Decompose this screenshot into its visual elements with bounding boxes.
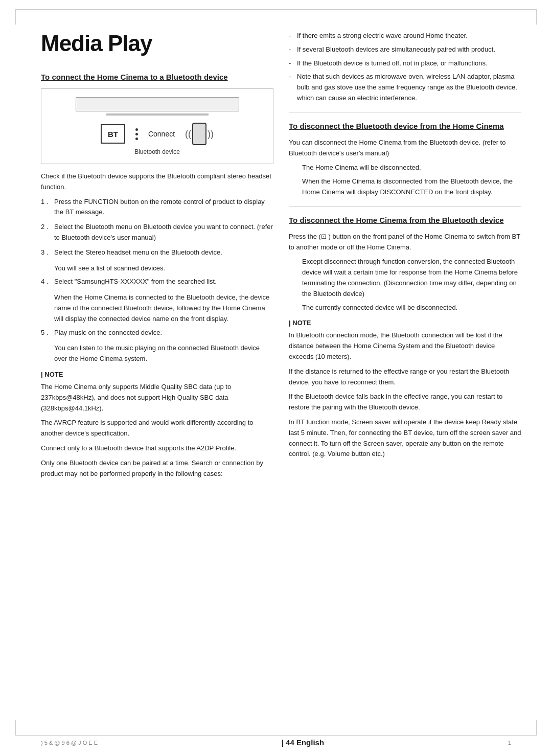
- step-4-sub: When the Home Cinema is connected to the…: [54, 292, 273, 324]
- step-5-num: 5 .: [41, 328, 51, 338]
- border-right-bottom: [536, 720, 537, 736]
- divider-1: [289, 112, 521, 112]
- bluetooth-diagram: BT Connect (( )) Bluetooth device: [41, 88, 273, 164]
- note-block-right: | NOTE In Bluetooth connection mode, the…: [289, 318, 521, 460]
- step-2-num: 2 .: [41, 222, 51, 243]
- note-text-left-4: Only one Bluetooth device can be paired …: [41, 458, 273, 479]
- phone-icon: [192, 123, 206, 145]
- bullet-1: If there emits a strong electric wave ar…: [289, 31, 521, 41]
- note-block-left: | NOTE The Home Cinema only supports Mid…: [41, 370, 273, 479]
- note-label-right: | NOTE: [289, 318, 521, 328]
- step-3-text: Select the Stereo headset menu on the Bl…: [54, 247, 273, 258]
- note-label-left: | NOTE: [41, 370, 273, 380]
- dot2: [135, 133, 138, 135]
- device-bar-line: [106, 113, 209, 116]
- border-left-top: [15, 9, 16, 25]
- divider-2: [289, 206, 521, 207]
- step-3-num: 3 .: [41, 247, 51, 258]
- step-5-text: Play music on the connected device.: [54, 328, 273, 338]
- section3-heading: To disconnect the Home Cinema from the B…: [289, 215, 521, 225]
- bullet-3: If the Bluetooth device is turned off, n…: [289, 58, 521, 69]
- section2-heading: To disconnect the Bluetooth device from …: [289, 121, 521, 131]
- note-text-left-2: The AVRCP feature is supported and would…: [41, 418, 273, 439]
- section3-sub1: Except disconnect through function conve…: [302, 257, 521, 299]
- bt-box: BT: [101, 124, 125, 144]
- note2-text-4: In BT function mode, Screen saver will o…: [289, 417, 521, 460]
- step-1-text: Press the FUNCTION button on the remote …: [54, 197, 273, 218]
- step-2: 2 . Select the Bluetooth menu on Bluetoo…: [41, 222, 273, 243]
- page-title: Media Play: [41, 31, 273, 56]
- device-row: BT Connect (( )): [101, 123, 214, 145]
- intro-text: Check if the Bluetooth device supports t…: [41, 171, 273, 193]
- section2-sub1: The Home Cinema will be disconnected.: [302, 163, 521, 173]
- step-1: 1 . Press the FUNCTION button on the rem…: [41, 197, 273, 218]
- section1-heading: To connect the Home Cinema to a Bluetoot…: [41, 72, 273, 82]
- border-top: [15, 9, 537, 10]
- note-text-left-3: Connect only to a Bluetooth device that …: [41, 443, 273, 454]
- border-left-bottom: [15, 720, 16, 736]
- bullet-2: If several Bluetooth devices are simulta…: [289, 44, 521, 55]
- page-footer: ) 5 & @ 9 6 @ J O E E | 44 English 1: [41, 738, 511, 747]
- steps-list-2: 4 . Select "SamsungHTS-XXXXXX" from the …: [41, 277, 273, 287]
- page-number: | 44 English: [282, 738, 324, 747]
- connect-dots: [135, 128, 138, 140]
- footer-right: 1: [508, 740, 511, 746]
- left-column: Media Play To connect the Home Cinema to…: [41, 31, 273, 483]
- note2-text-3: If the Bluetooth device falls back in th…: [289, 392, 521, 413]
- wave-left-icon: ((: [185, 129, 191, 140]
- step-3: 3 . Select the Stereo headset menu on th…: [41, 247, 273, 258]
- step-2-text: Select the Bluetooth menu on Bluetooth d…: [54, 222, 273, 243]
- bt-device-label: Bluetooth device: [134, 148, 180, 155]
- bullet-4: Note that such devices as microwave oven…: [289, 72, 521, 103]
- wave-right-icon: )): [208, 129, 214, 140]
- border-right-top: [536, 9, 537, 25]
- section3-text: Press the (⊡ ) button on the front panel…: [289, 232, 521, 253]
- dot1: [135, 128, 138, 131]
- device-bar: [76, 97, 239, 111]
- phone-device: (( )): [185, 123, 214, 145]
- note2-text-1: In Bluetooth connection mode, the Blueto…: [289, 330, 521, 362]
- footer-left: ) 5 & @ 9 6 @ J O E E: [41, 740, 98, 746]
- steps-list-3: 5 . Play music on the connected device.: [41, 328, 273, 338]
- note-text-left: The Home Cinema only supports Middle Qua…: [41, 382, 273, 414]
- step-4: 4 . Select "SamsungHTS-XXXXXX" from the …: [41, 277, 273, 287]
- step-5-sub: You can listen to the music playing on t…: [54, 343, 273, 364]
- section2-sub2: When the Home Cinema is disconnected fro…: [302, 176, 521, 198]
- step-5: 5 . Play music on the connected device.: [41, 328, 273, 338]
- step-4-num: 4 .: [41, 277, 51, 287]
- note2-text-2: If the distance is returned to the effec…: [289, 366, 521, 388]
- section3-sub2: The currently connected device will be d…: [302, 303, 521, 313]
- connect-label: Connect: [148, 130, 175, 138]
- bullet-list: If there emits a strong electric wave ar…: [289, 31, 521, 104]
- step-3-sub: You will see a list of scanned devices.: [54, 263, 273, 274]
- step-1-num: 1 .: [41, 197, 51, 218]
- border-bottom: [15, 735, 537, 736]
- dot3: [135, 138, 138, 140]
- right-column: If there emits a strong electric wave ar…: [289, 31, 521, 483]
- steps-list: 1 . Press the FUNCTION button on the rem…: [41, 197, 273, 258]
- step-4-text: Select "SamsungHTS-XXXXXX" from the sear…: [54, 277, 273, 287]
- bt-label: BT: [108, 130, 118, 139]
- section2-text1: You can disconnect the Home Cinema from …: [289, 138, 521, 159]
